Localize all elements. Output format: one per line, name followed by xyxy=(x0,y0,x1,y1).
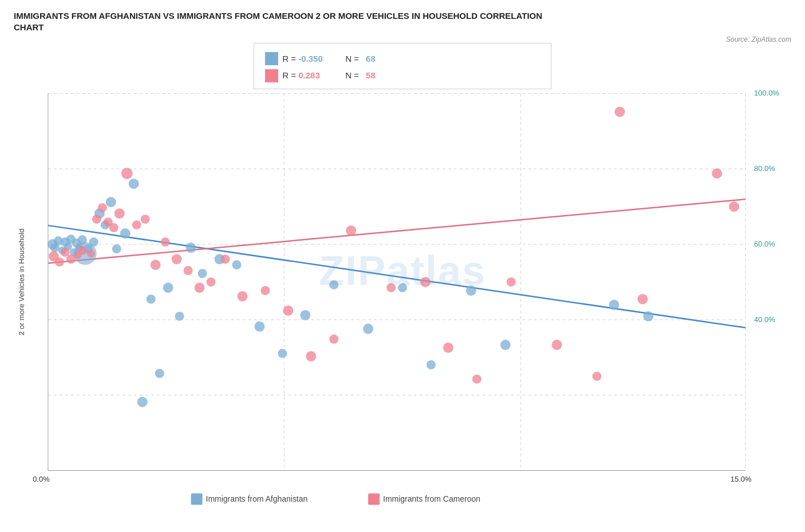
svg-point-101 xyxy=(472,374,482,383)
svg-text:60.0%: 60.0% xyxy=(754,240,775,248)
svg-point-78 xyxy=(98,203,107,212)
svg-point-68 xyxy=(609,299,619,309)
svg-point-95 xyxy=(306,351,316,361)
svg-point-93 xyxy=(261,285,270,295)
svg-point-60 xyxy=(278,348,287,358)
svg-point-51 xyxy=(147,294,156,303)
svg-text:40.0%: 40.0% xyxy=(754,315,775,323)
svg-point-86 xyxy=(161,237,170,247)
svg-point-75 xyxy=(78,246,87,255)
svg-point-106 xyxy=(712,168,722,178)
svg-point-65 xyxy=(427,360,436,369)
svg-text:58: 58 xyxy=(366,70,376,80)
svg-point-52 xyxy=(155,368,164,378)
svg-point-49 xyxy=(129,178,139,189)
svg-point-83 xyxy=(132,220,141,229)
svg-rect-1 xyxy=(265,52,278,65)
svg-point-77 xyxy=(92,215,101,224)
svg-point-104 xyxy=(593,371,602,380)
svg-point-102 xyxy=(507,277,516,286)
svg-point-61 xyxy=(300,309,310,320)
svg-text:Immigrants from Afghanistan: Immigrants from Afghanistan xyxy=(206,494,308,503)
svg-text:-0.350: -0.350 xyxy=(298,53,322,63)
svg-point-108 xyxy=(614,106,625,117)
svg-rect-111 xyxy=(368,493,380,505)
svg-point-54 xyxy=(175,311,184,320)
svg-point-94 xyxy=(283,305,293,315)
svg-point-99 xyxy=(420,276,431,287)
svg-point-64 xyxy=(398,283,407,292)
svg-point-85 xyxy=(151,260,161,270)
svg-point-91 xyxy=(220,255,230,264)
svg-text:N =: N = xyxy=(345,70,359,80)
svg-point-87 xyxy=(172,254,182,264)
svg-point-55 xyxy=(186,243,196,253)
svg-point-88 xyxy=(184,266,193,275)
svg-point-46 xyxy=(106,197,116,207)
svg-text:0.283: 0.283 xyxy=(298,70,319,80)
svg-point-100 xyxy=(443,342,453,352)
page-title: IMMIGRANTS FROM AFGHANISTAN VS IMMIGRANT… xyxy=(14,10,563,34)
svg-text:100.0%: 100.0% xyxy=(754,89,779,97)
svg-point-80 xyxy=(109,223,119,232)
svg-point-67 xyxy=(500,339,511,350)
svg-line-29 xyxy=(48,199,745,263)
svg-point-56 xyxy=(198,269,207,278)
svg-point-58 xyxy=(232,260,241,269)
svg-point-81 xyxy=(115,208,125,219)
svg-point-84 xyxy=(141,215,150,224)
svg-point-66 xyxy=(466,285,476,295)
svg-point-48 xyxy=(120,228,131,239)
page-container: IMMIGRANTS FROM AFGHANISTAN VS IMMIGRANT… xyxy=(0,0,805,532)
svg-point-43 xyxy=(89,237,98,247)
svg-rect-6 xyxy=(265,69,278,82)
svg-point-76 xyxy=(87,249,95,257)
svg-point-103 xyxy=(552,339,562,350)
svg-point-97 xyxy=(346,225,356,236)
svg-point-92 xyxy=(237,291,247,301)
svg-point-96 xyxy=(329,334,338,343)
svg-point-98 xyxy=(386,283,396,292)
scatter-chart: R = -0.350 N = 68 R = 0.283 N = 58 2 or … xyxy=(14,36,791,505)
svg-text:N =: N = xyxy=(345,53,359,63)
svg-text:R =: R = xyxy=(282,53,296,63)
svg-point-82 xyxy=(121,168,133,179)
svg-point-105 xyxy=(637,293,648,304)
svg-point-50 xyxy=(137,396,148,407)
chart-area: ZIPatlas R = -0.350 N = 68 R = 0.283 N =… xyxy=(14,36,791,505)
svg-rect-0 xyxy=(254,43,551,89)
svg-point-90 xyxy=(207,277,216,286)
svg-point-59 xyxy=(254,321,265,331)
svg-line-28 xyxy=(48,225,745,328)
svg-rect-109 xyxy=(191,493,203,505)
svg-point-69 xyxy=(643,311,653,321)
svg-text:0.0%: 0.0% xyxy=(33,475,50,483)
svg-text:2 or more Vehicles in Househol: 2 or more Vehicles in Household xyxy=(17,228,26,335)
svg-point-62 xyxy=(329,280,338,289)
svg-text:Immigrants from Cameroon: Immigrants from Cameroon xyxy=(383,494,480,503)
svg-point-63 xyxy=(363,323,373,334)
svg-point-47 xyxy=(112,244,121,253)
svg-text:15.0%: 15.0% xyxy=(731,475,752,483)
svg-text:80.0%: 80.0% xyxy=(754,164,775,173)
svg-point-89 xyxy=(195,282,205,292)
svg-point-107 xyxy=(729,201,739,212)
svg-text:68: 68 xyxy=(366,53,376,63)
svg-point-71 xyxy=(55,257,64,267)
svg-point-53 xyxy=(163,282,173,292)
svg-text:R =: R = xyxy=(282,70,296,80)
